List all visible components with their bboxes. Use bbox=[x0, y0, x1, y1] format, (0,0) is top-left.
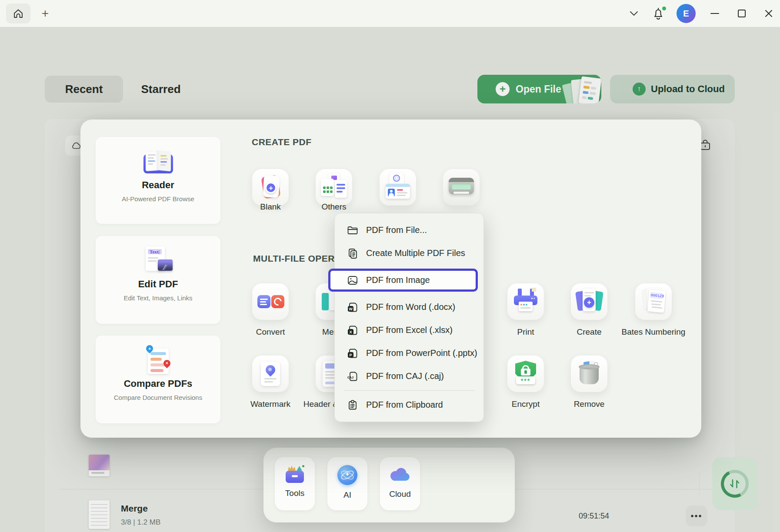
cloud-icon bbox=[71, 142, 81, 149]
open-file-button[interactable]: + Open File bbox=[477, 75, 601, 103]
menu-item-pdf-from-image[interactable]: PDF from Image bbox=[328, 269, 478, 292]
compare-pdfs-card[interactable]: + × Compare PDFs Compare Document Revisi… bbox=[96, 336, 220, 423]
create-others-label: Others bbox=[299, 202, 369, 212]
reader-card[interactable]: Reader AI-Powered PDF Browse bbox=[96, 137, 220, 224]
menu-item-label: PDF from Clipboard bbox=[366, 400, 443, 410]
bates-numbering-tile[interactable]: 000123 bbox=[635, 283, 672, 320]
edit-pdf-title: Edit PDF bbox=[96, 279, 220, 290]
word-icon: W bbox=[346, 301, 359, 313]
powerpoint-icon: P bbox=[346, 347, 359, 359]
file-meta: 3/8 | 1.2 MB bbox=[121, 518, 160, 527]
cloud-icon bbox=[389, 465, 411, 484]
create-blank-tile[interactable]: + bbox=[252, 169, 289, 206]
menu-item-pdf-from-clipboard[interactable]: PDF from Clipboard bbox=[335, 393, 483, 416]
copy-documents-icon bbox=[346, 247, 359, 259]
merge-file-thumbnail[interactable] bbox=[89, 500, 110, 529]
compare-pdfs-icon: + × bbox=[145, 345, 171, 374]
tab-recent[interactable]: Recent bbox=[45, 76, 123, 103]
plus-icon: + bbox=[42, 7, 49, 20]
menu-separator bbox=[343, 390, 475, 391]
dock-cloud-label: Cloud bbox=[389, 489, 411, 499]
menu-item-pdf-from-word[interactable]: W PDF from Word (.docx) bbox=[335, 296, 483, 319]
close-icon bbox=[764, 9, 773, 18]
svg-text:W: W bbox=[349, 306, 353, 311]
bates-numbering-label: Bates Numbering bbox=[601, 327, 706, 337]
menu-item-label: PDF from Image bbox=[366, 275, 430, 285]
plus-icon: + bbox=[496, 82, 510, 96]
file-timestamp: 09:51:54 bbox=[579, 512, 609, 521]
open-file-label: Open File bbox=[516, 83, 561, 95]
account-avatar[interactable]: E bbox=[677, 4, 696, 23]
create-from-idcard-tile[interactable] bbox=[380, 169, 416, 206]
convert-label: Convert bbox=[236, 327, 305, 337]
reader-subtitle: AI-Powered PDF Browse bbox=[96, 195, 220, 203]
menu-item-label: PDF from Word (.docx) bbox=[366, 302, 455, 312]
ellipsis-icon: ••• bbox=[690, 511, 702, 521]
dock-tools-button[interactable]: Tools bbox=[275, 457, 315, 510]
dock-ai-button[interactable]: ✦ AI bbox=[327, 457, 367, 510]
watermark-tile[interactable] bbox=[252, 356, 289, 392]
window-maximize-button[interactable] bbox=[732, 6, 751, 21]
encrypt-label: Encrypt bbox=[491, 399, 560, 409]
file-more-button[interactable]: ••• bbox=[686, 505, 707, 526]
menu-item-label: Create Multiple PDF Files bbox=[366, 248, 465, 258]
menu-item-pdf-from-excel[interactable]: X PDF from Excel (.xlsx) bbox=[335, 319, 483, 342]
encrypt-tile[interactable]: *** bbox=[507, 356, 544, 392]
excel-icon: X bbox=[346, 324, 359, 336]
upload-arrow-icon: ↑ bbox=[633, 83, 646, 96]
folder-icon bbox=[346, 224, 359, 236]
edit-pdf-icon: Text| bbox=[143, 246, 173, 274]
minimize-icon bbox=[710, 13, 719, 14]
create-from-scanner-tile[interactable] bbox=[443, 169, 480, 206]
toolbox-icon bbox=[284, 465, 305, 483]
window-close-button[interactable] bbox=[759, 6, 778, 21]
menu-item-pdf-from-file[interactable]: PDF from File... bbox=[335, 219, 483, 242]
tab-starred-label: Starred bbox=[141, 83, 180, 96]
avatar-initial: E bbox=[683, 9, 689, 19]
menu-item-label: PDF from PowerPoint (.pptx) bbox=[366, 348, 477, 358]
svg-text:P: P bbox=[349, 352, 352, 357]
titlebar-chevron-button[interactable] bbox=[625, 7, 643, 20]
new-tab-button[interactable]: + bbox=[37, 6, 53, 21]
notifications-button[interactable] bbox=[651, 5, 669, 22]
tab-recent-label: Recent bbox=[65, 83, 103, 96]
paper-front bbox=[578, 76, 601, 103]
print-tile[interactable] bbox=[507, 283, 544, 320]
file-name[interactable]: Merge bbox=[121, 503, 148, 514]
file-thumbnail-partial[interactable] bbox=[89, 455, 110, 476]
edit-pdf-card[interactable]: Text| Edit PDF Edit Text, Images, Links bbox=[96, 236, 220, 324]
create-blank-label: Blank bbox=[236, 202, 305, 212]
menu-item-pdf-from-powerpoint[interactable]: P PDF from PowerPoint (.pptx) bbox=[335, 342, 483, 365]
upload-label: Upload to Cloud bbox=[651, 83, 725, 95]
dock-sync-button[interactable] bbox=[712, 457, 757, 510]
ai-sphere-icon: ✦ bbox=[337, 465, 357, 485]
create-tile[interactable]: + bbox=[571, 283, 607, 320]
create-pdf-heading: CREATE PDF bbox=[252, 137, 312, 147]
menu-item-pdf-from-caj[interactable]: CAJ PDF from CAJ (.caj) bbox=[335, 365, 483, 388]
svg-text:CAJ: CAJ bbox=[347, 375, 353, 379]
remove-label: Remove bbox=[554, 399, 624, 409]
svg-text:X: X bbox=[349, 329, 352, 334]
dock-ai-label: AI bbox=[343, 490, 351, 500]
convert-tile[interactable] bbox=[252, 283, 289, 320]
tab-starred[interactable]: Starred bbox=[133, 76, 189, 103]
edit-pdf-subtitle: Edit Text, Images, Links bbox=[96, 294, 220, 302]
clipboard-icon bbox=[346, 399, 359, 411]
menu-item-label: PDF from Excel (.xlsx) bbox=[366, 325, 453, 335]
create-others-tile[interactable] bbox=[316, 169, 352, 206]
dock-divider bbox=[699, 473, 700, 495]
home-icon bbox=[12, 7, 24, 20]
window-minimize-button[interactable] bbox=[705, 6, 724, 21]
remove-tile[interactable] bbox=[571, 356, 607, 392]
reader-title: Reader bbox=[96, 180, 220, 191]
reader-book-icon bbox=[142, 148, 175, 175]
dock-cloud-button[interactable]: Cloud bbox=[380, 457, 420, 510]
image-icon bbox=[346, 274, 359, 286]
menu-item-label: PDF from CAJ (.caj) bbox=[366, 371, 444, 381]
home-tab[interactable] bbox=[6, 3, 30, 23]
bottom-dock: Tools ✦ AI Cloud bbox=[263, 448, 515, 522]
menu-item-create-multiple-pdf[interactable]: Create Multiple PDF Files bbox=[335, 242, 483, 265]
window-titlebar: + E bbox=[0, 0, 780, 27]
caj-icon: CAJ bbox=[346, 370, 359, 382]
upload-to-cloud-button[interactable]: ↑ Upload to Cloud bbox=[610, 75, 735, 103]
